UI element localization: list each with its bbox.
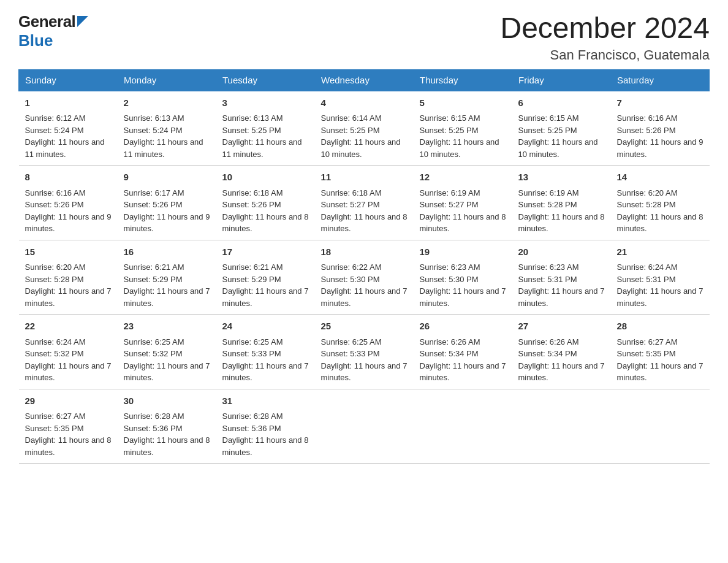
daylight-text: Daylight: 11 hours and 8 minutes. xyxy=(321,212,408,234)
daylight-text: Daylight: 11 hours and 11 minutes. xyxy=(124,137,203,159)
calendar-cell: 26Sunrise: 6:26 AMSunset: 5:34 PMDayligh… xyxy=(414,315,512,389)
page-header: General Blue December 2024 San Francisco… xyxy=(18,12,710,63)
sunrise-text: Sunrise: 6:19 AM xyxy=(518,188,579,197)
calendar-week-row: 8Sunrise: 6:16 AMSunset: 5:26 PMDaylight… xyxy=(19,166,710,240)
sunrise-text: Sunrise: 6:26 AM xyxy=(420,337,480,347)
daylight-text: Daylight: 11 hours and 7 minutes. xyxy=(617,286,703,308)
day-number: 4 xyxy=(321,96,408,110)
day-number: 27 xyxy=(518,320,605,334)
calendar-header-friday: Friday xyxy=(512,69,611,91)
sunrise-text: Sunrise: 6:21 AM xyxy=(222,262,283,272)
sunset-text: Sunset: 5:36 PM xyxy=(124,424,183,433)
day-number: 17 xyxy=(222,245,309,259)
daylight-text: Daylight: 11 hours and 7 minutes. xyxy=(321,361,408,383)
calendar-header-row: SundayMondayTuesdayWednesdayThursdayFrid… xyxy=(19,69,710,91)
calendar-cell xyxy=(611,389,710,464)
sunset-text: Sunset: 5:32 PM xyxy=(25,349,84,358)
sunrise-text: Sunrise: 6:28 AM xyxy=(124,412,184,421)
sunset-text: Sunset: 5:36 PM xyxy=(222,424,281,433)
sunrise-text: Sunrise: 6:21 AM xyxy=(124,262,184,272)
sunrise-text: Sunrise: 6:13 AM xyxy=(222,113,283,123)
sunrise-text: Sunrise: 6:15 AM xyxy=(420,113,480,123)
calendar-cell: 15Sunrise: 6:20 AMSunset: 5:28 PMDayligh… xyxy=(19,240,118,315)
calendar-cell xyxy=(315,389,414,464)
sunset-text: Sunset: 5:30 PM xyxy=(420,275,479,284)
sunrise-text: Sunrise: 6:17 AM xyxy=(124,188,184,197)
sunrise-text: Sunrise: 6:19 AM xyxy=(420,188,480,197)
calendar-cell: 13Sunrise: 6:19 AMSunset: 5:28 PMDayligh… xyxy=(512,166,611,240)
daylight-text: Daylight: 11 hours and 10 minutes. xyxy=(321,137,401,159)
sunrise-text: Sunrise: 6:28 AM xyxy=(222,412,283,421)
calendar-cell: 30Sunrise: 6:28 AMSunset: 5:36 PMDayligh… xyxy=(118,389,216,464)
day-number: 6 xyxy=(518,96,605,110)
calendar-week-row: 15Sunrise: 6:20 AMSunset: 5:28 PMDayligh… xyxy=(19,240,710,315)
calendar-cell: 17Sunrise: 6:21 AMSunset: 5:29 PMDayligh… xyxy=(216,240,315,315)
sunset-text: Sunset: 5:26 PM xyxy=(124,200,183,209)
day-number: 28 xyxy=(617,320,703,334)
calendar-cell: 20Sunrise: 6:23 AMSunset: 5:31 PMDayligh… xyxy=(512,240,611,315)
day-number: 7 xyxy=(617,96,703,110)
calendar-cell: 14Sunrise: 6:20 AMSunset: 5:28 PMDayligh… xyxy=(611,166,710,240)
sunrise-text: Sunrise: 6:24 AM xyxy=(617,262,678,272)
daylight-text: Daylight: 11 hours and 8 minutes. xyxy=(124,435,210,457)
daylight-text: Daylight: 11 hours and 7 minutes. xyxy=(124,361,210,383)
sunset-text: Sunset: 5:31 PM xyxy=(518,275,577,284)
sunset-text: Sunset: 5:33 PM xyxy=(222,349,281,358)
daylight-text: Daylight: 11 hours and 7 minutes. xyxy=(25,286,112,308)
sunrise-text: Sunrise: 6:14 AM xyxy=(321,113,382,123)
sunrise-text: Sunrise: 6:25 AM xyxy=(222,337,283,347)
sunset-text: Sunset: 5:35 PM xyxy=(25,424,84,433)
calendar-header-thursday: Thursday xyxy=(414,69,512,91)
daylight-text: Daylight: 11 hours and 11 minutes. xyxy=(25,137,105,159)
sunset-text: Sunset: 5:24 PM xyxy=(25,126,84,135)
sunset-text: Sunset: 5:32 PM xyxy=(124,349,183,358)
calendar-header-wednesday: Wednesday xyxy=(315,69,414,91)
calendar-week-row: 29Sunrise: 6:27 AMSunset: 5:35 PMDayligh… xyxy=(19,389,710,464)
sunset-text: Sunset: 5:29 PM xyxy=(124,275,183,284)
sunset-text: Sunset: 5:25 PM xyxy=(518,126,577,135)
calendar-cell: 6Sunrise: 6:15 AMSunset: 5:25 PMDaylight… xyxy=(512,91,611,166)
day-number: 22 xyxy=(25,320,112,334)
day-number: 19 xyxy=(420,245,506,259)
calendar-cell: 10Sunrise: 6:18 AMSunset: 5:26 PMDayligh… xyxy=(216,166,315,240)
calendar-cell: 5Sunrise: 6:15 AMSunset: 5:25 PMDaylight… xyxy=(414,91,512,166)
daylight-text: Daylight: 11 hours and 8 minutes. xyxy=(222,435,309,457)
daylight-text: Daylight: 11 hours and 8 minutes. xyxy=(25,435,112,457)
calendar-cell: 4Sunrise: 6:14 AMSunset: 5:25 PMDaylight… xyxy=(315,91,414,166)
day-number: 14 xyxy=(617,170,703,185)
sunset-text: Sunset: 5:34 PM xyxy=(420,349,479,358)
sunset-text: Sunset: 5:29 PM xyxy=(222,275,281,284)
sunrise-text: Sunrise: 6:23 AM xyxy=(420,262,480,272)
calendar-cell: 9Sunrise: 6:17 AMSunset: 5:26 PMDaylight… xyxy=(118,166,216,240)
calendar-header-monday: Monday xyxy=(118,69,216,91)
daylight-text: Daylight: 11 hours and 7 minutes. xyxy=(518,286,605,308)
day-number: 24 xyxy=(222,320,309,334)
sunrise-text: Sunrise: 6:16 AM xyxy=(25,188,86,197)
calendar-cell: 23Sunrise: 6:25 AMSunset: 5:32 PMDayligh… xyxy=(118,315,216,389)
sunset-text: Sunset: 5:26 PM xyxy=(617,126,676,135)
daylight-text: Daylight: 11 hours and 7 minutes. xyxy=(25,361,112,383)
sunrise-text: Sunrise: 6:15 AM xyxy=(518,113,579,123)
daylight-text: Daylight: 11 hours and 7 minutes. xyxy=(222,286,309,308)
sunset-text: Sunset: 5:24 PM xyxy=(124,126,183,135)
daylight-text: Daylight: 11 hours and 10 minutes. xyxy=(420,137,499,159)
calendar-subtitle: San Francisco, Guatemala xyxy=(500,47,710,63)
calendar-cell: 28Sunrise: 6:27 AMSunset: 5:35 PMDayligh… xyxy=(611,315,710,389)
daylight-text: Daylight: 11 hours and 8 minutes. xyxy=(420,212,506,234)
sunrise-text: Sunrise: 6:20 AM xyxy=(25,262,86,272)
sunrise-text: Sunrise: 6:27 AM xyxy=(25,412,86,421)
day-number: 31 xyxy=(222,394,309,408)
day-number: 9 xyxy=(124,170,210,185)
sunset-text: Sunset: 5:28 PM xyxy=(25,275,84,284)
sunrise-text: Sunrise: 6:20 AM xyxy=(617,188,678,197)
calendar-header-saturday: Saturday xyxy=(611,69,710,91)
sunset-text: Sunset: 5:26 PM xyxy=(25,200,84,209)
sunset-text: Sunset: 5:27 PM xyxy=(420,200,479,209)
sunrise-text: Sunrise: 6:16 AM xyxy=(617,113,678,123)
sunrise-text: Sunrise: 6:13 AM xyxy=(124,113,184,123)
daylight-text: Daylight: 11 hours and 7 minutes. xyxy=(321,286,408,308)
sunrise-text: Sunrise: 6:18 AM xyxy=(321,188,382,197)
daylight-text: Daylight: 11 hours and 7 minutes. xyxy=(617,361,703,383)
calendar-cell: 1Sunrise: 6:12 AMSunset: 5:24 PMDaylight… xyxy=(19,91,118,166)
daylight-text: Daylight: 11 hours and 7 minutes. xyxy=(420,361,506,383)
